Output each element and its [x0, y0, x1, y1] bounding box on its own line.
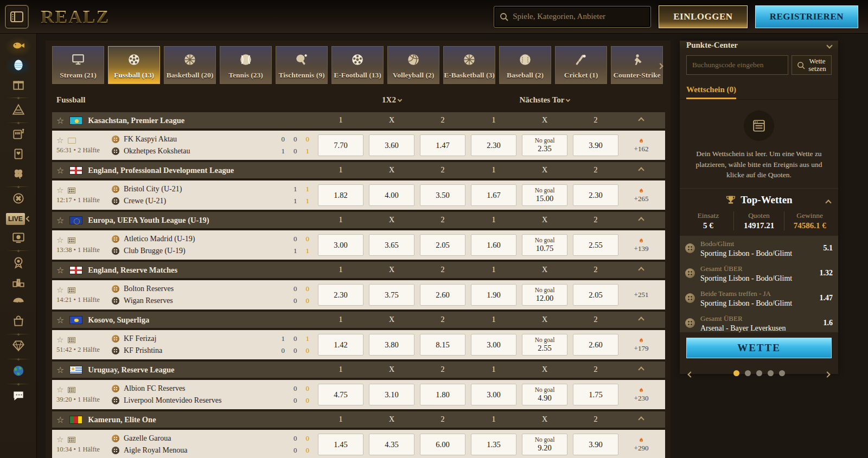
- match-row[interactable]: ☆ 10:34 • 1 Hälfte Gazelle Garoua Aigle …: [52, 430, 665, 458]
- sidebar-item-shopping-bag[interactable]: [6, 313, 31, 331]
- tab-fussball-13[interactable]: Fussball (13): [108, 46, 160, 84]
- pager-dot[interactable]: [756, 370, 762, 376]
- odds-button[interactable]: 2.05: [573, 284, 618, 306]
- odds-button[interactable]: 3.00: [471, 384, 516, 405]
- favorite-star-icon[interactable]: ☆: [56, 436, 63, 444]
- odds-button[interactable]: 1.67: [471, 184, 516, 206]
- match-row[interactable]: ☆ 39:20 • 1 Hälfte Albion FC Reserves Li…: [52, 380, 665, 409]
- match-row[interactable]: ☆ 13:38 • 1 Hälfte Atletico Madrid (U-19…: [52, 230, 665, 260]
- brand-logo[interactable]: REALZ: [41, 7, 110, 27]
- sidebar-item-clover[interactable]: [6, 165, 31, 184]
- collapse-league-button[interactable]: [624, 367, 659, 372]
- register-button[interactable]: REGISTRIEREN: [755, 5, 858, 28]
- odds-button[interactable]: 8.15: [420, 334, 465, 356]
- sidebar-item-gift[interactable]: [6, 76, 31, 95]
- odds-button[interactable]: 1.42: [318, 334, 363, 356]
- league-header[interactable]: ☆ Uruguay, Reserve League1X21X2: [52, 362, 665, 378]
- place-bet-button[interactable]: WETTE: [686, 338, 832, 358]
- odds-button[interactable]: 4.00: [369, 184, 414, 206]
- sidebar-item-globe[interactable]: [6, 363, 31, 381]
- sidebar-item-bandage-ball[interactable]: [6, 190, 31, 209]
- favorite-star-icon[interactable]: ☆: [56, 286, 63, 294]
- odds-button[interactable]: 3.90: [573, 434, 618, 455]
- pager-next-button[interactable]: [824, 371, 830, 377]
- league-header[interactable]: ☆ England, Professional Development Leag…: [52, 162, 665, 178]
- favorite-star-icon[interactable]: ☆: [56, 115, 64, 126]
- league-header[interactable]: ☆ England, Reserve Matches1X21X2: [52, 262, 665, 278]
- pager-dot[interactable]: [779, 370, 785, 376]
- boost-badge[interactable]: +290: [624, 436, 659, 453]
- sidebar-item-egg[interactable]: [6, 57, 31, 75]
- sidebar-item-playing-card[interactable]: [6, 146, 31, 164]
- boost-badge[interactable]: +230: [624, 386, 659, 403]
- tab-baseball-2[interactable]: Baseball (2): [499, 46, 551, 84]
- collapse-league-button[interactable]: [624, 118, 659, 122]
- tab-tennis-23[interactable]: Tennis (23): [220, 46, 272, 84]
- favorite-star-icon[interactable]: ☆: [56, 265, 64, 275]
- tab-e-football-13[interactable]: E-Football (13): [331, 46, 384, 84]
- odds-button[interactable]: 1.60: [471, 234, 516, 256]
- sidebar-item-fortune-cookie[interactable]: [6, 293, 31, 312]
- match-row[interactable]: ☆ 12:17 • 1 Hälfte Bristol City (U-21) C…: [52, 180, 665, 210]
- odds-button[interactable]: 3.60: [369, 134, 414, 156]
- collapse-league-button[interactable]: [624, 168, 659, 172]
- odds-button[interactable]: 1.47: [420, 134, 465, 156]
- boost-badge[interactable]: +265: [624, 187, 659, 203]
- collapse-league-button[interactable]: [624, 218, 659, 222]
- odds-button[interactable]: 3.00: [318, 234, 363, 256]
- odds-button[interactable]: No goal2.35: [522, 134, 567, 156]
- odds-button[interactable]: 1.90: [471, 284, 516, 306]
- odds-button[interactable]: No goal10.75: [522, 234, 567, 256]
- sidebar-item-tv-sport[interactable]: [6, 229, 31, 248]
- top-bet-item[interactable]: Gesamt ÜBER Sporting Lisbon - Bodo/Glimt…: [680, 261, 838, 286]
- odds-button[interactable]: 2.30: [573, 184, 618, 206]
- favorite-star-icon[interactable]: ☆: [56, 415, 64, 425]
- odds-button[interactable]: 3.00: [471, 334, 516, 356]
- league-header[interactable]: ☆ Kamerun, Elite One1X21X2: [52, 411, 665, 428]
- pager-dot[interactable]: [733, 370, 739, 376]
- tab-basketball-20[interactable]: Basketball (20): [164, 46, 216, 84]
- odds-button[interactable]: 6.00: [420, 434, 465, 455]
- odds-button[interactable]: No goal12.00: [522, 284, 567, 306]
- odds-button[interactable]: 1.75: [573, 384, 618, 405]
- sidebar-item-chat[interactable]: [6, 388, 31, 406]
- tab-volleyball-2[interactable]: Volleyball (2): [387, 46, 439, 84]
- top-bet-item[interactable]: Beide Teams treffen - JA Sporting Lisbon…: [680, 286, 838, 311]
- odds-button[interactable]: 4.35: [369, 434, 414, 455]
- odds-button[interactable]: 4.75: [318, 384, 363, 405]
- odds-button[interactable]: No goal9.20: [522, 434, 567, 455]
- top-bets-header[interactable]: Top-Wetten: [680, 188, 838, 209]
- boost-badge[interactable]: +162: [624, 137, 659, 153]
- odds-button[interactable]: No goal4.90: [522, 384, 567, 405]
- booking-code-input[interactable]: [686, 55, 788, 75]
- sidebar-item-podium[interactable]: 1: [6, 274, 31, 292]
- odds-button[interactable]: 2.05: [420, 234, 465, 256]
- pager-dot[interactable]: [745, 370, 751, 376]
- sidebar-item-slot-machine[interactable]: [6, 126, 31, 145]
- tab-e-basketball-3[interactable]: E-Basketball (3): [443, 46, 495, 84]
- odds-button[interactable]: 2.60: [573, 334, 618, 356]
- odds-button[interactable]: 3.10: [369, 384, 414, 405]
- pager-prev-button[interactable]: [687, 371, 693, 377]
- collapse-league-button[interactable]: [624, 268, 659, 272]
- sidebar-item-live[interactable]: LIVE: [6, 210, 31, 228]
- favorite-star-icon[interactable]: ☆: [56, 236, 63, 244]
- top-bet-item[interactable]: Gesamt ÜBER Arsenal - Bayer Leverkusen 1…: [680, 311, 838, 332]
- top-bet-item[interactable]: Bodo/Glimt Sporting Lisbon - Bodo/Glimt …: [680, 236, 838, 261]
- points-center-header[interactable]: Punkte-Center: [680, 41, 838, 50]
- odds-button[interactable]: 2.30: [318, 284, 363, 306]
- search-input[interactable]: [513, 12, 645, 21]
- odds-button[interactable]: 2.55: [573, 234, 618, 256]
- set-bet-button[interactable]: Wettesetzen: [792, 55, 832, 75]
- odds-button[interactable]: 1.82: [318, 184, 363, 206]
- betslip-tab[interactable]: Wettschein (0): [680, 81, 838, 99]
- odds-button[interactable]: 3.80: [369, 334, 414, 356]
- league-header[interactable]: ☆ Kosovo, Superliga1X21X2: [52, 312, 665, 328]
- sidebar-item-diamond[interactable]: [6, 338, 31, 356]
- boost-badge[interactable]: +179: [624, 337, 659, 353]
- match-row[interactable]: ☆ 14:21 • 1 Hälfte Bolton Reserves Wigan…: [52, 280, 665, 309]
- tab-stream-21[interactable]: Stream (21): [52, 46, 104, 84]
- odds-button[interactable]: 2.60: [420, 284, 465, 306]
- match-row[interactable]: ☆ 56:31 • 2 Hälfte FK Kaspyi Aktau Okzhe…: [52, 131, 665, 160]
- favorite-star-icon[interactable]: ☆: [56, 215, 64, 225]
